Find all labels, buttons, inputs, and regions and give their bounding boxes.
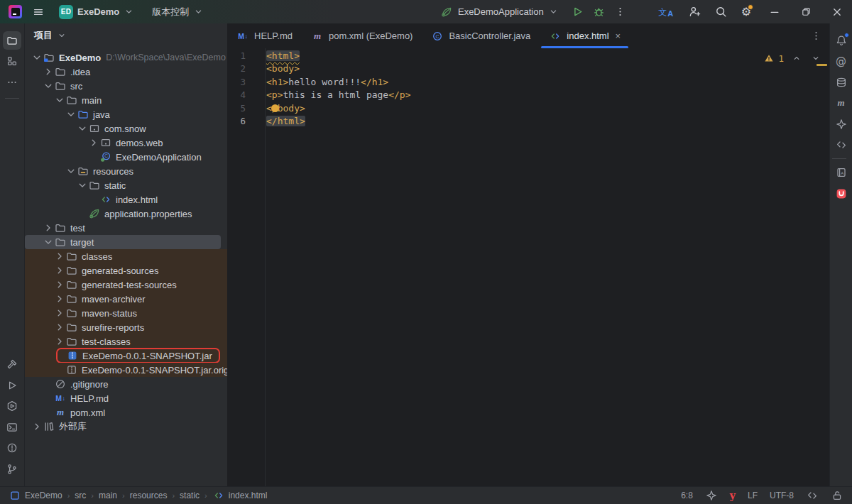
tree-row-classes[interactable]: classes <box>25 249 227 263</box>
chevron-collapsed-icon[interactable] <box>53 265 65 276</box>
breadcrumb-exedemo[interactable]: ExeDemo <box>9 489 62 502</box>
tree-row-static[interactable]: static <box>25 178 227 192</box>
code-content[interactable]: <html><body><h1>hello word!!!</h1><p>thi… <box>266 48 815 486</box>
tree-row-com.snow[interactable]: com.snow <box>25 121 227 136</box>
database-tool-window-button[interactable] <box>832 73 851 92</box>
problems-tool-window-button[interactable] <box>3 439 21 457</box>
git-tool-window-button[interactable] <box>3 460 21 478</box>
next-problem-chevron-icon[interactable] <box>809 52 822 65</box>
status-pinwheel-icon[interactable] <box>705 489 718 502</box>
tree-row-demos.web[interactable]: demos.web <box>25 136 227 150</box>
translate-icon[interactable]: 文A <box>657 6 675 18</box>
breadcrumb-static[interactable]: static <box>180 491 200 500</box>
breadcrumb-main[interactable]: main <box>99 491 117 500</box>
settings-gear-icon[interactable]: ⚙ <box>741 6 751 18</box>
line-separator[interactable]: LF <box>748 491 758 500</box>
tab-pom.xml-exedemo-[interactable]: mpom.xml (ExeDemo) <box>302 23 422 48</box>
tree-row-generated-sources[interactable]: generated-sources <box>25 263 227 278</box>
plugin-code-s-button[interactable] <box>832 136 851 154</box>
tree-row-maven-status[interactable]: maven-status <box>25 306 227 320</box>
more-actions-kebab-icon[interactable] <box>614 6 627 18</box>
maven-tool-window-button[interactable]: m <box>832 94 851 112</box>
scrollbar-warning-mark[interactable] <box>816 64 827 66</box>
plugin-pink-button[interactable] <box>832 185 851 203</box>
structure-tool-window-button[interactable] <box>3 52 21 70</box>
chevron-collapsed-icon[interactable] <box>31 421 43 432</box>
tree-row-help.md[interactable]: M↓HELP.md <box>25 391 227 405</box>
line-number[interactable]: 4 <box>227 89 265 102</box>
run-tool-window-button[interactable] <box>3 376 21 395</box>
chevron-collapsed-icon[interactable] <box>42 66 54 77</box>
tree-row-pom.xml[interactable]: mpom.xml <box>25 405 227 420</box>
chevron-expanded-icon[interactable] <box>76 123 88 134</box>
services-tool-window-button[interactable] <box>3 397 21 415</box>
line-number[interactable]: 3 <box>227 76 265 89</box>
breadcrumb-resources[interactable]: resources <box>130 491 168 500</box>
tree-row-exedemo[interactable]: ExeDemoD:\WorkSpace\Java\ExeDemo <box>25 50 227 65</box>
tab-basiccontroller.java[interactable]: CBasicController.java <box>422 23 540 48</box>
tab-index.html[interactable]: index.html× <box>540 23 630 48</box>
ai-assistant-button[interactable]: @ <box>832 52 851 70</box>
chevron-expanded-icon[interactable] <box>65 109 77 120</box>
line-number[interactable]: 5 <box>227 102 265 115</box>
more-tool-windows-button[interactable] <box>3 73 21 92</box>
minimize-button[interactable] <box>768 6 781 18</box>
translation-dictionary-button[interactable]: A <box>832 163 851 182</box>
tree-row-index.html[interactable]: index.html <box>25 192 227 207</box>
line-number[interactable]: 6 <box>227 115 265 128</box>
tree-row-resources[interactable]: resources <box>25 164 227 178</box>
tree-row-test-classes[interactable]: test-classes <box>25 334 227 349</box>
caret-position[interactable]: 6:8 <box>681 491 693 500</box>
breadcrumb-src[interactable]: src <box>75 491 86 500</box>
tree-row-test[interactable]: test <box>25 221 227 235</box>
chevron-collapsed-icon[interactable] <box>53 322 65 333</box>
build-tool-window-button[interactable] <box>3 355 21 373</box>
vcs-widget[interactable]: 版本控制 <box>148 4 207 21</box>
chevron-collapsed-icon[interactable] <box>53 251 65 262</box>
close-window-button[interactable] <box>831 6 843 18</box>
notifications-button[interactable] <box>832 31 851 50</box>
chevron-collapsed-icon[interactable] <box>87 137 99 148</box>
tree-row-main[interactable]: main <box>25 93 227 107</box>
breadcrumb-index.html[interactable]: index.html <box>212 489 268 502</box>
chevron-collapsed-icon[interactable] <box>53 293 65 305</box>
tree-row-surefire-reports[interactable]: surefire-reports <box>25 320 227 334</box>
chevron-collapsed-icon[interactable] <box>53 307 65 319</box>
previous-problem-chevron-icon[interactable] <box>790 52 803 65</box>
chevron-collapsed-icon[interactable] <box>53 336 65 347</box>
tree-row-.idea[interactable]: .idea <box>25 65 227 79</box>
restore-window-button[interactable] <box>799 6 812 18</box>
tree-row-src[interactable]: src <box>25 79 227 93</box>
chevron-collapsed-icon[interactable] <box>53 279 65 290</box>
project-widget[interactable]: ED ExeDemo <box>55 3 138 21</box>
status-y-plugin[interactable]: y <box>730 490 736 501</box>
file-writable-lock-icon[interactable] <box>831 489 843 502</box>
tree-row-exedemo-0.0.1-snapshot.jar[interactable]: ExeDemo-0.0.1-SNAPSHOT.jar <box>25 349 227 363</box>
tree-row-maven-archiver[interactable]: maven-archiver <box>25 292 227 306</box>
tree-row-generated-test-sources[interactable]: generated-test-sources <box>25 278 227 292</box>
line-number[interactable]: 2 <box>227 62 265 75</box>
plugin-pinwheel-button[interactable] <box>832 115 851 133</box>
tab-options-kebab-icon[interactable] <box>809 29 822 42</box>
tree-row-.gitignore[interactable]: .gitignore <box>25 377 227 391</box>
tree-row-application.properties[interactable]: application.properties <box>25 207 227 221</box>
chevron-expanded-icon[interactable] <box>65 165 77 177</box>
terminal-tool-window-button[interactable] <box>3 418 21 437</box>
tree-row--[interactable]: 外部库 <box>25 420 227 434</box>
editor-gutter[interactable]: 123456 <box>227 48 266 486</box>
chevron-expanded-icon[interactable] <box>42 80 54 92</box>
code-editor[interactable]: 123456 <html><body><h1>hello word!!!</h1… <box>227 48 829 486</box>
chevron-expanded-icon[interactable] <box>42 236 54 248</box>
chevron-expanded-icon[interactable] <box>76 180 88 191</box>
run-button[interactable] <box>572 6 584 18</box>
inspection-widget[interactable]: 1 <box>763 52 822 65</box>
search-icon[interactable] <box>715 6 728 18</box>
chevron-expanded-icon[interactable] <box>53 94 65 106</box>
chevron-collapsed-icon[interactable] <box>42 222 54 234</box>
project-tool-window-button[interactable] <box>3 31 21 50</box>
chevron-expanded-icon[interactable] <box>31 52 43 63</box>
tree-row-exedemo-0.0.1-snapshot.jar.original[interactable]: ExeDemo-0.0.1-SNAPSHOT.jar.original <box>25 363 227 377</box>
tree-row-java[interactable]: java <box>25 107 227 121</box>
debug-button[interactable] <box>593 6 606 18</box>
add-user-icon[interactable] <box>689 6 701 18</box>
